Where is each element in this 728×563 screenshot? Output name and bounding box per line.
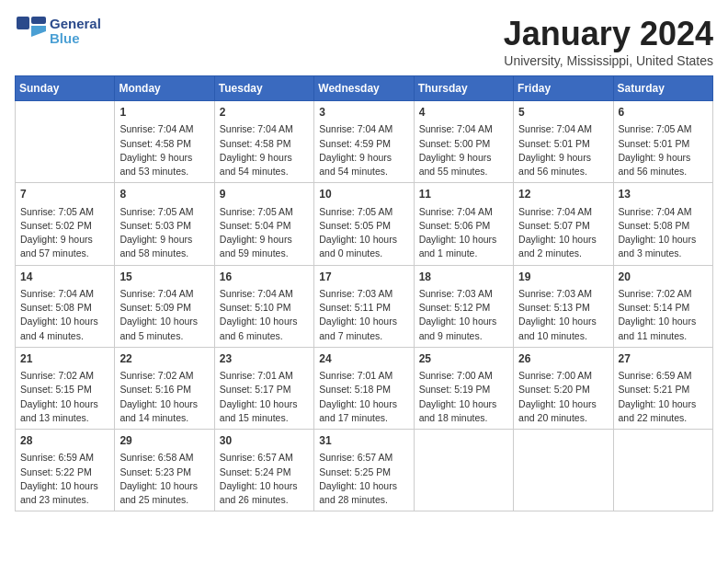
day-info: Sunrise: 7:00 AMSunset: 5:19 PMDaylight:… — [419, 369, 508, 425]
day-number: 29 — [119, 433, 209, 449]
table-row: 14Sunrise: 7:04 AMSunset: 5:08 PMDayligh… — [16, 265, 115, 347]
day-info: Sunrise: 7:01 AMSunset: 5:18 PMDaylight:… — [319, 369, 408, 425]
svg-rect-1 — [31, 17, 46, 24]
header-thursday: Thursday — [414, 76, 513, 101]
day-number: 3 — [319, 105, 408, 121]
header-tuesday: Tuesday — [214, 76, 313, 101]
day-number: 14 — [20, 270, 109, 285]
day-info: Sunrise: 7:04 AMSunset: 4:58 PMDaylight:… — [119, 122, 209, 178]
calendar-table: Sunday Monday Tuesday Wednesday Thursday… — [15, 75, 713, 511]
day-number: 19 — [518, 270, 608, 285]
logo-line1: General — [50, 17, 101, 32]
day-info: Sunrise: 7:00 AMSunset: 5:20 PMDaylight:… — [518, 369, 608, 425]
day-number: 4 — [419, 105, 508, 121]
day-info: Sunrise: 7:04 AMSunset: 5:00 PMDaylight:… — [419, 122, 508, 178]
header-monday: Monday — [115, 76, 214, 101]
table-row: 23Sunrise: 7:01 AMSunset: 5:17 PMDayligh… — [214, 347, 313, 429]
day-number: 9 — [220, 187, 309, 202]
table-row: 16Sunrise: 7:04 AMSunset: 5:10 PMDayligh… — [214, 265, 313, 347]
day-info: Sunrise: 7:05 AMSunset: 5:01 PMDaylight:… — [619, 122, 708, 178]
table-row — [16, 101, 115, 183]
table-row: 18Sunrise: 7:03 AMSunset: 5:12 PMDayligh… — [414, 265, 513, 347]
table-row: 1Sunrise: 7:04 AMSunset: 4:58 PMDaylight… — [115, 101, 214, 183]
day-number: 31 — [319, 433, 408, 449]
table-row: 19Sunrise: 7:03 AMSunset: 5:13 PMDayligh… — [514, 265, 613, 347]
table-row: 9Sunrise: 7:05 AMSunset: 5:04 PMDaylight… — [214, 183, 313, 265]
day-number: 18 — [419, 270, 508, 285]
day-number: 5 — [518, 105, 608, 121]
day-info: Sunrise: 6:57 AMSunset: 5:24 PMDaylight:… — [220, 451, 309, 507]
day-info: Sunrise: 7:04 AMSunset: 5:07 PMDaylight:… — [518, 205, 608, 261]
day-number: 21 — [20, 351, 109, 367]
table-row: 6Sunrise: 7:05 AMSunset: 5:01 PMDaylight… — [613, 101, 712, 183]
weekday-header-row: Sunday Monday Tuesday Wednesday Thursday… — [16, 76, 713, 101]
day-number: 2 — [220, 105, 309, 121]
logo-line2: Blue — [50, 31, 101, 47]
day-info: Sunrise: 7:04 AMSunset: 5:06 PMDaylight:… — [419, 205, 508, 261]
day-number: 1 — [119, 105, 209, 121]
day-info: Sunrise: 7:04 AMSunset: 5:08 PMDaylight:… — [20, 287, 109, 343]
day-number: 17 — [319, 270, 408, 285]
day-number: 7 — [20, 187, 109, 202]
day-info: Sunrise: 7:03 AMSunset: 5:13 PMDaylight:… — [518, 287, 608, 343]
page-header: General Blue January 2024 University, Mi… — [15, 15, 713, 68]
day-number: 25 — [419, 351, 508, 367]
calendar-title-area: January 2024 University, Mississippi, Un… — [504, 15, 713, 68]
logo-icon — [15, 15, 48, 48]
day-info: Sunrise: 7:04 AMSunset: 4:58 PMDaylight:… — [220, 122, 309, 178]
table-row: 28Sunrise: 6:59 AMSunset: 5:22 PMDayligh… — [16, 430, 115, 511]
calendar-title: January 2024 — [504, 15, 713, 53]
table-row: 7Sunrise: 7:05 AMSunset: 5:02 PMDaylight… — [16, 183, 115, 265]
day-number: 26 — [518, 351, 608, 367]
table-row: 22Sunrise: 7:02 AMSunset: 5:16 PMDayligh… — [115, 347, 214, 429]
calendar-week-row: 7Sunrise: 7:05 AMSunset: 5:02 PMDaylight… — [16, 183, 713, 265]
table-row: 11Sunrise: 7:04 AMSunset: 5:06 PMDayligh… — [414, 183, 513, 265]
day-info: Sunrise: 7:03 AMSunset: 5:12 PMDaylight:… — [419, 287, 508, 343]
day-number: 15 — [119, 270, 209, 285]
table-row: 26Sunrise: 7:00 AMSunset: 5:20 PMDayligh… — [514, 347, 613, 429]
svg-marker-2 — [31, 26, 46, 37]
day-info: Sunrise: 7:05 AMSunset: 5:03 PMDaylight:… — [119, 205, 209, 261]
day-number: 6 — [619, 105, 708, 121]
calendar-week-row: 28Sunrise: 6:59 AMSunset: 5:22 PMDayligh… — [16, 430, 713, 511]
day-info: Sunrise: 7:02 AMSunset: 5:14 PMDaylight:… — [619, 287, 708, 343]
table-row: 3Sunrise: 7:04 AMSunset: 4:59 PMDaylight… — [314, 101, 414, 183]
day-number: 24 — [319, 351, 408, 367]
table-row: 30Sunrise: 6:57 AMSunset: 5:24 PMDayligh… — [214, 430, 313, 511]
day-info: Sunrise: 7:04 AMSunset: 5:09 PMDaylight:… — [119, 287, 209, 343]
table-row: 25Sunrise: 7:00 AMSunset: 5:19 PMDayligh… — [414, 347, 513, 429]
table-row: 13Sunrise: 7:04 AMSunset: 5:08 PMDayligh… — [613, 183, 712, 265]
header-sunday: Sunday — [16, 76, 115, 101]
day-number: 28 — [20, 433, 109, 449]
day-number: 23 — [220, 351, 309, 367]
day-info: Sunrise: 7:01 AMSunset: 5:17 PMDaylight:… — [220, 369, 309, 425]
table-row: 5Sunrise: 7:04 AMSunset: 5:01 PMDaylight… — [514, 101, 613, 183]
table-row: 21Sunrise: 7:02 AMSunset: 5:15 PMDayligh… — [16, 347, 115, 429]
svg-rect-0 — [17, 17, 29, 29]
day-number: 11 — [419, 187, 508, 202]
day-info: Sunrise: 7:04 AMSunset: 5:10 PMDaylight:… — [220, 287, 309, 343]
table-row: 31Sunrise: 6:57 AMSunset: 5:25 PMDayligh… — [314, 430, 414, 511]
table-row: 2Sunrise: 7:04 AMSunset: 4:58 PMDaylight… — [214, 101, 313, 183]
day-info: Sunrise: 7:05 AMSunset: 5:04 PMDaylight:… — [220, 205, 309, 261]
day-number: 20 — [619, 270, 708, 285]
table-row: 10Sunrise: 7:05 AMSunset: 5:05 PMDayligh… — [314, 183, 414, 265]
day-info: Sunrise: 7:05 AMSunset: 5:02 PMDaylight:… — [20, 205, 109, 261]
table-row — [414, 430, 513, 511]
calendar-week-row: 1Sunrise: 7:04 AMSunset: 4:58 PMDaylight… — [16, 101, 713, 183]
day-info: Sunrise: 7:04 AMSunset: 4:59 PMDaylight:… — [319, 122, 408, 178]
day-info: Sunrise: 7:04 AMSunset: 5:08 PMDaylight:… — [619, 205, 708, 261]
table-row: 8Sunrise: 7:05 AMSunset: 5:03 PMDaylight… — [115, 183, 214, 265]
day-info: Sunrise: 6:58 AMSunset: 5:23 PMDaylight:… — [119, 451, 209, 507]
calendar-week-row: 21Sunrise: 7:02 AMSunset: 5:15 PMDayligh… — [16, 347, 713, 429]
table-row: 15Sunrise: 7:04 AMSunset: 5:09 PMDayligh… — [115, 265, 214, 347]
day-info: Sunrise: 6:57 AMSunset: 5:25 PMDaylight:… — [319, 451, 408, 507]
calendar-week-row: 14Sunrise: 7:04 AMSunset: 5:08 PMDayligh… — [16, 265, 713, 347]
table-row: 29Sunrise: 6:58 AMSunset: 5:23 PMDayligh… — [115, 430, 214, 511]
day-info: Sunrise: 7:02 AMSunset: 5:15 PMDaylight:… — [20, 369, 109, 425]
header-friday: Friday — [514, 76, 613, 101]
table-row: 27Sunrise: 6:59 AMSunset: 5:21 PMDayligh… — [613, 347, 712, 429]
day-number: 8 — [119, 187, 209, 202]
table-row: 24Sunrise: 7:01 AMSunset: 5:18 PMDayligh… — [314, 347, 414, 429]
day-number: 10 — [319, 187, 408, 202]
